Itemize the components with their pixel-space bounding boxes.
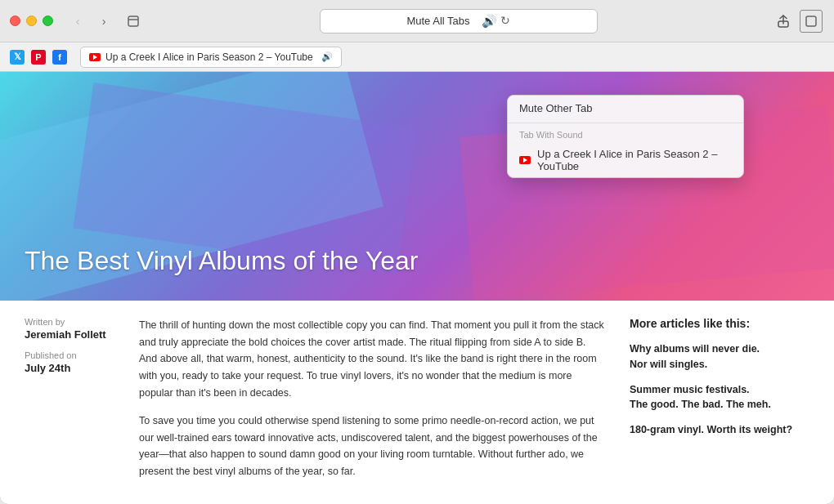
minimize-button[interactable] bbox=[26, 16, 37, 26]
body-paragraph-1: The thrill of hunting down the most coll… bbox=[139, 317, 605, 401]
body-paragraph-2: To save you time you could otherwise spe… bbox=[139, 413, 605, 480]
url-bar-area: Mute All Tabs 🔊 ↻ bbox=[151, 9, 765, 33]
tab-with-sound-label: Tab With Sound bbox=[508, 125, 743, 143]
bookmark-twitter[interactable]: 𝕏 bbox=[10, 50, 25, 65]
sidebar-title: More articles like this: bbox=[630, 317, 809, 330]
publish-date: July 24th bbox=[25, 362, 114, 374]
back-button[interactable]: ‹ bbox=[66, 10, 89, 33]
mute-other-tab-label: Mute Other Tab bbox=[519, 102, 592, 114]
youtube-favicon bbox=[89, 53, 101, 61]
bookmarks-bar: 𝕏 P f Up a Creek I Alice in Paris Season… bbox=[0, 42, 834, 72]
tab-title: Up a Creek I Alice in Paris Season 2 – Y… bbox=[105, 51, 313, 63]
share-button[interactable] bbox=[772, 10, 795, 33]
sidebar-item-3[interactable]: 180-gram vinyl. Worth its weight? bbox=[630, 422, 809, 438]
article-sidebar: More articles like this: Why albums will… bbox=[630, 317, 809, 492]
reload-icon[interactable]: ↻ bbox=[500, 14, 510, 29]
url-bar-icons: 🔊 ↻ bbox=[482, 14, 510, 29]
sound-icon: 🔊 bbox=[482, 14, 497, 29]
close-button[interactable] bbox=[10, 16, 20, 26]
bookmark-pinterest[interactable]: P bbox=[31, 50, 46, 65]
content-area: The Best Vinyl Albums of the Year Writte… bbox=[0, 72, 834, 504]
bookmark-facebook[interactable]: f bbox=[52, 50, 67, 65]
svg-rect-3 bbox=[806, 16, 816, 26]
hero-overlay: The Best Vinyl Albums of the Year bbox=[0, 230, 834, 301]
dropdown-menu: Mute Other Tab Tab With Sound Up a Creek… bbox=[507, 95, 744, 178]
url-bar[interactable]: Mute All Tabs 🔊 ↻ bbox=[320, 9, 598, 33]
browser-window: ‹ › Mute All Tabs 🔊 ↻ bbox=[0, 0, 834, 504]
sidebar-item-1-text: Why albums will never die.Nor will singl… bbox=[630, 341, 809, 372]
active-tab[interactable]: Up a Creek I Alice in Paris Season 2 – Y… bbox=[80, 47, 342, 68]
url-text: Mute All Tabs bbox=[406, 15, 469, 27]
dropdown-yt-favicon bbox=[519, 156, 531, 164]
svg-rect-0 bbox=[128, 16, 138, 26]
menu-separator bbox=[508, 123, 743, 123]
tabs-icon bbox=[127, 15, 140, 28]
dropdown-tab-item[interactable]: Up a Creek I Alice in Paris Season 2 – Y… bbox=[508, 143, 743, 177]
sidebar-item-2[interactable]: Summer music festivals.The good. The bad… bbox=[630, 382, 809, 413]
sidebar-item-1[interactable]: Why albums will never die.Nor will singl… bbox=[630, 341, 809, 372]
published-on-label: Published on bbox=[25, 350, 114, 360]
share-icon bbox=[776, 14, 791, 29]
maximize-button[interactable] bbox=[43, 16, 53, 26]
title-bar: ‹ › Mute All Tabs 🔊 ↻ bbox=[0, 0, 834, 42]
forward-button[interactable]: › bbox=[92, 10, 115, 33]
nav-buttons: ‹ › bbox=[66, 10, 115, 33]
tab-sound-icon: 🔊 bbox=[321, 51, 333, 62]
sidebar-item-2-text: Summer music festivals.The good. The bad… bbox=[630, 382, 809, 413]
right-buttons bbox=[772, 10, 824, 33]
dropdown-tab-title: Up a Creek I Alice in Paris Season 2 – Y… bbox=[537, 148, 732, 172]
show-tabs-button[interactable] bbox=[122, 10, 145, 33]
article-content: Written by Jeremiah Follett Published on… bbox=[0, 301, 834, 504]
tab-overview-button[interactable] bbox=[800, 10, 823, 33]
author-name: Jeremiah Follett bbox=[25, 328, 114, 341]
article-body: The thrill of hunting down the most coll… bbox=[139, 317, 605, 492]
mute-other-tab-item[interactable]: Mute Other Tab bbox=[508, 96, 743, 121]
traffic-lights bbox=[10, 16, 53, 26]
tab-overview-icon bbox=[805, 16, 817, 27]
sidebar-item-3-text: 180-gram vinyl. Worth its weight? bbox=[630, 422, 809, 438]
hero-title: The Best Vinyl Albums of the Year bbox=[25, 246, 809, 276]
written-by-label: Written by bbox=[25, 317, 114, 327]
article-meta: Written by Jeremiah Follett Published on… bbox=[25, 317, 114, 492]
